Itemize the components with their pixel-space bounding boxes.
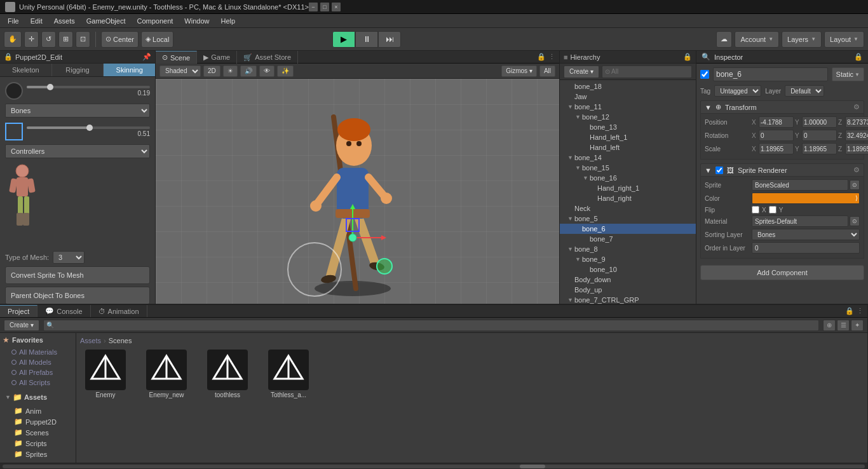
tree-item-bone7[interactable]: bone_7 bbox=[560, 234, 696, 244]
tree-item-bone11[interactable]: ▼bone_11 bbox=[560, 102, 696, 112]
tab-game[interactable]: ▶ Game bbox=[197, 51, 237, 64]
sprite-ref-btn[interactable]: ⊙ bbox=[850, 180, 860, 190]
asset-toothless[interactable]: toothless bbox=[202, 350, 253, 398]
flip-x-checkbox[interactable] bbox=[752, 206, 759, 214]
close-button[interactable]: × bbox=[332, 3, 341, 11]
type-mesh-select[interactable]: 3 bbox=[53, 251, 85, 264]
local-button[interactable]: ◈ Local bbox=[141, 31, 173, 48]
asset-enemy[interactable]: Enemy bbox=[80, 350, 131, 398]
tab-animation[interactable]: ⏱ Animation bbox=[91, 305, 147, 317]
tab-skinning[interactable]: Skinning bbox=[104, 64, 155, 76]
slider-2-track[interactable] bbox=[27, 126, 150, 129]
proj-icon-btn-2[interactable]: ☰ bbox=[837, 320, 850, 331]
folder-anim[interactable]: 📁 Anim bbox=[3, 405, 73, 416]
pos-x-input[interactable] bbox=[759, 116, 794, 128]
hierarchy-search-input[interactable] bbox=[602, 65, 692, 78]
menu-window[interactable]: Window bbox=[179, 16, 214, 26]
account-dropdown[interactable]: Account ▼ bbox=[735, 31, 779, 48]
obj-static-button[interactable]: Static ▼ bbox=[832, 67, 864, 81]
pos-z-input[interactable] bbox=[845, 116, 868, 128]
tab-rigging[interactable]: Rigging bbox=[52, 64, 104, 76]
folder-scenes[interactable]: 📁 Scenes bbox=[3, 427, 73, 438]
parent-object-button[interactable]: Parent Object To Bones bbox=[5, 287, 150, 304]
fav-all-scripts[interactable]: All Scripts bbox=[3, 377, 73, 388]
material-ref-btn[interactable]: ⊙ bbox=[850, 216, 860, 226]
proj-icon-btn-3[interactable]: ✦ bbox=[851, 320, 864, 331]
obj-name-input[interactable] bbox=[713, 67, 828, 81]
audio-button[interactable]: 🔊 bbox=[240, 65, 257, 77]
scale-tool-button[interactable]: ⊞ bbox=[58, 31, 73, 48]
menu-gameobject[interactable]: GameObject bbox=[81, 16, 131, 26]
rot-z-input[interactable] bbox=[845, 130, 868, 141]
tree-item-bone13[interactable]: bone_13 bbox=[560, 122, 696, 132]
slider-1-track[interactable] bbox=[27, 86, 150, 88]
inspector-lock-icon[interactable]: 🔒 bbox=[854, 53, 863, 61]
cloud-button[interactable]: ☁ bbox=[716, 31, 732, 48]
flip-y-checkbox[interactable] bbox=[769, 206, 776, 214]
breadcrumb-assets[interactable]: Assets bbox=[80, 337, 101, 344]
tree-item-hand-left[interactable]: Hand_left bbox=[560, 142, 696, 153]
all-button[interactable]: All bbox=[539, 65, 555, 77]
hand-tool-button[interactable]: ✋ bbox=[4, 31, 22, 48]
asset-tothless-a[interactable]: Tothless_a... bbox=[263, 350, 314, 398]
tab-console[interactable]: 💬 Console bbox=[37, 305, 90, 317]
scale-y-input[interactable] bbox=[802, 143, 837, 154]
sprite-renderer-header[interactable]: ▼ 🖼 Sprite Renderer ⚙ bbox=[700, 163, 864, 177]
order-layer-input[interactable] bbox=[752, 242, 860, 254]
sprite-ref-input[interactable] bbox=[752, 179, 848, 191]
vr-button[interactable]: 👁 bbox=[259, 65, 275, 77]
menu-help[interactable]: Help bbox=[215, 16, 240, 26]
menu-edit[interactable]: Edit bbox=[25, 16, 48, 26]
light-button[interactable]: ☀ bbox=[223, 65, 238, 77]
menu-assets[interactable]: Assets bbox=[49, 16, 80, 26]
project-search-input[interactable] bbox=[43, 320, 819, 331]
layers-dropdown[interactable]: Layers ▼ bbox=[782, 31, 822, 48]
center-button[interactable]: ⊙ Center bbox=[101, 31, 139, 48]
gizmos-button[interactable]: Gizmos ▾ bbox=[501, 65, 537, 77]
scale-z-input[interactable] bbox=[845, 143, 868, 154]
transform-component-header[interactable]: ▼ ⊕ Transform ⚙ bbox=[700, 100, 864, 114]
material-ref-input[interactable] bbox=[752, 215, 848, 227]
obj-active-checkbox[interactable] bbox=[700, 70, 709, 79]
scale-x-input[interactable] bbox=[759, 143, 794, 154]
tree-item-bone10[interactable]: bone_10 bbox=[560, 264, 696, 275]
tab-asset-store[interactable]: 🛒 Asset Store bbox=[237, 51, 298, 64]
menu-file[interactable]: File bbox=[3, 16, 24, 26]
rot-x-input[interactable] bbox=[759, 130, 794, 141]
tree-item-bone5[interactable]: ▼bone_5 bbox=[560, 214, 696, 224]
hierarchy-lock-icon[interactable]: 🔒 bbox=[683, 53, 692, 61]
tree-item-hand-right1[interactable]: Hand_right_1 bbox=[560, 183, 696, 193]
maximize-button[interactable]: □ bbox=[320, 3, 329, 11]
project-create-button[interactable]: Create ▾ bbox=[4, 320, 39, 331]
rot-y-input[interactable] bbox=[802, 130, 837, 141]
tree-item-hand-left1[interactable]: Hand_left_1 bbox=[560, 132, 696, 142]
color-field[interactable]: ⟩ bbox=[752, 193, 860, 204]
pos-y-input[interactable] bbox=[802, 116, 837, 128]
sprite-renderer-settings-icon[interactable]: ⚙ bbox=[853, 166, 860, 174]
tree-item-bone18[interactable]: bone_18 bbox=[560, 81, 696, 92]
fav-all-materials[interactable]: All Materials bbox=[3, 347, 73, 357]
slider-1-thumb[interactable] bbox=[47, 84, 53, 90]
slider-2-thumb[interactable] bbox=[86, 125, 93, 131]
tree-item-body-up[interactable]: Body_up bbox=[560, 285, 696, 295]
tab-project[interactable]: Project bbox=[0, 305, 37, 317]
2d-button[interactable]: 2D bbox=[203, 65, 220, 77]
fav-all-models[interactable]: All Models bbox=[3, 357, 73, 367]
tree-item-bone12[interactable]: ▼bone_12 bbox=[560, 112, 696, 122]
bones-dropdown[interactable]: Bones bbox=[5, 104, 150, 118]
rotate-tool-button[interactable]: ↺ bbox=[41, 31, 56, 48]
scene-viewport[interactable] bbox=[156, 79, 559, 304]
layer-select[interactable]: Default bbox=[785, 85, 824, 97]
tree-item-bone16[interactable]: ▼bone_16 bbox=[560, 173, 696, 183]
controllers-dropdown[interactable]: Controllers bbox=[5, 144, 150, 158]
sorting-layer-select[interactable]: Bones bbox=[752, 229, 860, 240]
tag-select[interactable]: Untagged bbox=[714, 85, 761, 97]
folder-sprites[interactable]: 📁 Sprites bbox=[3, 449, 73, 459]
tree-item-bone14[interactable]: ▼bone_14 bbox=[560, 153, 696, 163]
tree-item-bone15[interactable]: ▼bone_15 bbox=[560, 163, 696, 173]
tree-item-neck[interactable]: Neck bbox=[560, 203, 696, 214]
asset-enemy-new[interactable]: Enemy_new bbox=[141, 350, 192, 398]
minimize-button[interactable]: − bbox=[309, 3, 318, 11]
proj-icon-btn-1[interactable]: ⊕ bbox=[823, 320, 836, 331]
hierarchy-create-button[interactable]: Create ▾ bbox=[564, 65, 599, 78]
